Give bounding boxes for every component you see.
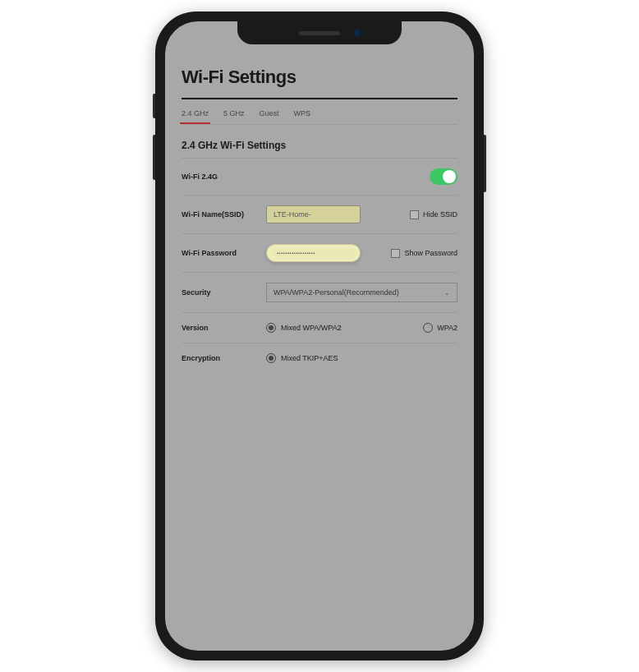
row-security: Security WPA/WPA2-Personal(Recommended) … [182,273,457,313]
tab-bar: 2.4 GHz 5 GHz Guest WPS [182,99,457,124]
page-title: Wi-Fi Settings [182,67,457,88]
speaker-grille [299,31,340,35]
phone-notch [237,21,402,44]
security-selected-value: WPA/WPA2-Personal(Recommended) [274,288,399,297]
hide-ssid-checkbox[interactable] [410,210,419,219]
phone-frame: Wi-Fi Settings 2.4 GHz 5 GHz Guest WPS 2… [155,12,484,660]
row-version: Version Mixed WPA/WPA2 WPA2 [182,313,457,343]
ssid-control [266,205,403,223]
version-mixed-label: Mixed WPA/WPA2 [281,324,342,332]
tabs-divider [182,124,457,125]
show-password-group: Show Password [391,249,457,258]
security-label: Security [182,288,260,297]
show-password-checkbox[interactable] [391,249,400,258]
encryption-option-mixed[interactable]: Mixed TKIP+AES [266,353,457,363]
version-radio-wpa2[interactable] [423,323,433,333]
row-encryption: Encryption Mixed TKIP+AES [182,343,457,373]
wifi-enable-toggle[interactable] [430,168,457,185]
phone-side-button [484,135,486,192]
password-label: Wi-Fi Password [182,249,260,257]
tab-24ghz[interactable]: 2.4 GHz [182,109,209,124]
wifi-enable-label: Wi-Fi 2.4G [182,173,260,181]
version-option-mixed[interactable]: Mixed WPA/WPA2 [266,323,416,333]
password-control [266,244,384,262]
hide-ssid-label: Hide SSID [423,210,457,219]
row-ssid: Wi-Fi Name(SSID) Hide SSID [182,196,457,234]
security-select[interactable]: WPA/WPA2-Personal(Recommended) ⌄ [266,283,457,302]
row-wifi-toggle: Wi-Fi 2.4G [182,159,457,196]
encryption-radio-mixed[interactable] [266,353,276,363]
chevron-down-icon: ⌄ [444,289,450,297]
version-option-wpa2[interactable]: WPA2 [423,323,457,333]
row-password: Wi-Fi Password Show Password [182,234,457,273]
settings-page: Wi-Fi Settings 2.4 GHz 5 GHz Guest WPS 2… [165,21,474,389]
tab-wps[interactable]: WPS [294,109,311,124]
section-title: 2.4 GHz Wi-Fi Settings [182,140,457,151]
tab-guest[interactable]: Guest [260,109,279,124]
password-input[interactable] [266,244,361,262]
ssid-input[interactable] [266,205,361,223]
encryption-label: Encryption [182,354,260,362]
version-radio-mixed[interactable] [266,323,276,333]
tab-5ghz[interactable]: 5 GHz [223,109,245,124]
front-camera [354,30,361,36]
ssid-label: Wi-Fi Name(SSID) [182,210,260,219]
show-password-label: Show Password [404,249,457,257]
version-wpa2-label: WPA2 [437,324,457,332]
phone-screen: Wi-Fi Settings 2.4 GHz 5 GHz Guest WPS 2… [165,21,474,651]
hide-ssid-group: Hide SSID [410,210,457,219]
encryption-mixed-label: Mixed TKIP+AES [281,354,338,362]
version-label: Version [182,324,260,332]
